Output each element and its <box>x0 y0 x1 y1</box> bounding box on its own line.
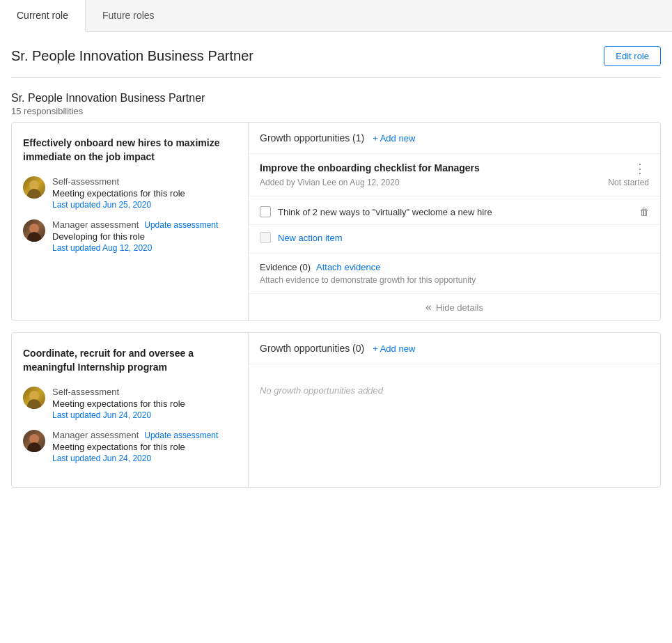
action-item-text-1: Think of 2 new ways to "virtually" weclo… <box>278 207 632 217</box>
manager-assessment-date-1: Last updated Aug 12, 2020 <box>52 243 234 253</box>
responsibility-card-2: Coordinate, recruit for and oversee a me… <box>11 332 661 488</box>
action-item-row-1: Think of 2 new ways to "virtually" weclo… <box>249 199 660 225</box>
self-assessment-1: Self-assessment Meeting expectations for… <box>23 176 234 210</box>
action-items-1: Think of 2 new ways to "virtually" weclo… <box>249 196 660 254</box>
not-started-badge-1: Not started <box>608 178 649 187</box>
assessment-label-row-manager-2: Manager assessment Update assessment <box>52 430 234 440</box>
delete-icon-1[interactable]: 🗑 <box>639 206 649 217</box>
update-assessment-link-2[interactable]: Update assessment <box>144 431 218 440</box>
manager-assessment-label-2: Manager assessment <box>52 430 139 440</box>
new-action-item-row-1: New action item <box>249 225 660 250</box>
assessment-info-manager-2: Manager assessment Update assessment Mee… <box>52 430 234 463</box>
growth-header-1: Growth opportunities (1) + Add new <box>249 123 660 154</box>
responsibility-title-1: Effectively onboard new hires to maximiz… <box>23 137 234 164</box>
manager-assessment-1: Manager assessment Update assessment Dev… <box>23 219 234 253</box>
avatar-manager-1 <box>23 219 45 242</box>
card-left-2: Coordinate, recruit for and oversee a me… <box>12 333 249 487</box>
tabs-container: Current role Future roles <box>0 0 672 32</box>
add-new-button-2[interactable]: + Add new <box>373 343 415 354</box>
self-assessment-value-2: Meeting expectations for this role <box>52 398 234 409</box>
evidence-title-1: Evidence (0) <box>260 262 311 272</box>
evidence-section-1: Evidence (0) Attach evidence Attach evid… <box>249 254 660 294</box>
opportunity-top-1: Improve the onboarding checklist for Man… <box>260 162 649 175</box>
responsibilities-count: 15 responsibilities <box>11 106 661 116</box>
assessment-label-row-self-1: Self-assessment <box>52 176 234 187</box>
manager-assessment-label-1: Manager assessment <box>52 219 139 230</box>
evidence-desc-1: Attach evidence to demonstrate growth fo… <box>260 275 649 285</box>
responsibility-title-2: Coordinate, recruit for and oversee a me… <box>23 347 234 374</box>
new-action-text-1[interactable]: New action item <box>278 233 342 243</box>
opportunity-added-1: Added by Vivian Lee on Aug 12, 2020 <box>260 178 400 187</box>
opportunity-meta-1: Added by Vivian Lee on Aug 12, 2020 Not … <box>260 178 649 187</box>
add-new-button-1[interactable]: + Add new <box>373 133 415 144</box>
card-right-1: Growth opportunities (1) + Add new Impro… <box>249 123 660 320</box>
update-assessment-link-1[interactable]: Update assessment <box>144 220 218 230</box>
section-header: Sr. People Innovation Business Partner 1… <box>11 78 661 122</box>
self-assessment-label-2: Self-assessment <box>52 387 119 397</box>
role-header: Sr. People Innovation Business Partner E… <box>11 32 661 78</box>
manager-assessment-2: Manager assessment Update assessment Mee… <box>23 430 234 463</box>
evidence-header-1: Evidence (0) Attach evidence <box>260 262 649 272</box>
assessment-info-self-1: Self-assessment Meeting expectations for… <box>52 176 234 210</box>
growth-header-2: Growth opportunities (0) + Add new <box>249 333 660 364</box>
section-title: Sr. People Innovation Business Partner <box>11 92 661 104</box>
role-title: Sr. People Innovation Business Partner <box>11 48 253 64</box>
tab-current-role[interactable]: Current role <box>0 0 86 32</box>
opportunity-name-1: Improve the onboarding checklist for Man… <box>260 162 480 173</box>
tab-future-roles[interactable]: Future roles <box>86 0 171 32</box>
assessment-label-row-manager-1: Manager assessment Update assessment <box>52 219 234 230</box>
assessment-label-row-self-2: Self-assessment <box>52 387 234 397</box>
action-checkbox-1[interactable] <box>260 206 271 217</box>
three-dots-icon-1[interactable]: ⋮ <box>631 162 649 175</box>
manager-assessment-value-2: Meeting expectations for this role <box>52 442 234 452</box>
avatar-self-1 <box>23 176 45 199</box>
self-assessment-label-1: Self-assessment <box>52 176 119 187</box>
hide-details-label-1: Hide details <box>436 302 483 313</box>
no-growth-text-2: No growth opportunities added <box>249 364 660 417</box>
card-right-2: Growth opportunities (0) + Add new No gr… <box>249 333 660 487</box>
self-assessment-value-1: Meeting expectations for this role <box>52 188 234 199</box>
edit-role-button[interactable]: Edit role <box>604 46 661 66</box>
assessment-info-manager-1: Manager assessment Update assessment Dev… <box>52 219 234 253</box>
avatar-self-2 <box>23 387 45 409</box>
growth-title-1: Growth opportunities (1) <box>260 132 364 144</box>
new-action-checkbox-1 <box>260 232 271 243</box>
growth-title-2: Growth opportunities (0) <box>260 343 364 354</box>
opportunity-item-1: Improve the onboarding checklist for Man… <box>249 154 660 196</box>
manager-assessment-date-2: Last updated Jun 24, 2020 <box>52 454 234 463</box>
self-assessment-2: Self-assessment Meeting expectations for… <box>23 387 234 420</box>
card-left-1: Effectively onboard new hires to maximiz… <box>12 123 249 320</box>
hide-details-button-1[interactable]: « Hide details <box>249 294 660 320</box>
double-chevron-icon-1: « <box>425 301 432 313</box>
self-assessment-date-1: Last updated Jun 25, 2020 <box>52 200 234 210</box>
attach-evidence-link-1[interactable]: Attach evidence <box>316 262 381 272</box>
page-content: Sr. People Innovation Business Partner E… <box>0 32 672 510</box>
assessment-info-self-2: Self-assessment Meeting expectations for… <box>52 387 234 420</box>
manager-assessment-value-1: Developing for this role <box>52 231 234 242</box>
responsibility-card-1: Effectively onboard new hires to maximiz… <box>11 122 661 321</box>
avatar-manager-2 <box>23 430 45 452</box>
self-assessment-date-2: Last updated Jun 24, 2020 <box>52 410 234 420</box>
